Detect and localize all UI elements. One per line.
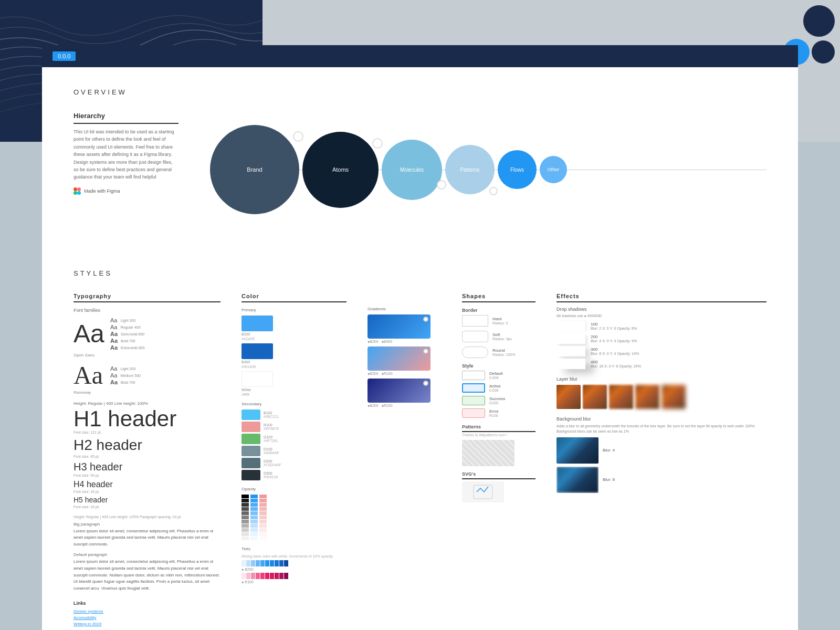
link-writing[interactable]: Writing in 2019: [74, 622, 220, 626]
svg-rect-0: [74, 187, 77, 191]
bubble-flows: Flows: [498, 150, 537, 189]
bg-blur-label: Background blur: [556, 416, 766, 422]
link-accessibility[interactable]: Accessibility: [74, 615, 220, 620]
big-para-label: Big paragraph: [74, 522, 220, 527]
typography-column: Typography Font families Aa AaLight 300 …: [74, 293, 220, 628]
swatch-b100-hex: #4BC211: [264, 415, 279, 418]
figma-icon: [74, 187, 81, 195]
svgs-preview: [462, 481, 504, 502]
border-soft-preview: [462, 331, 488, 342]
style-success-preview: [462, 396, 485, 405]
shadow-300-value: 300: [591, 347, 639, 352]
secondary-label: Secondary: [242, 402, 346, 406]
paragraph-meta: Height: Regular | 400 Line height: 125% …: [74, 515, 220, 519]
blur-images: [556, 385, 766, 409]
bg-blur-section: Background blur Adds a blur to all geome…: [556, 416, 766, 493]
swatch-b200-hex: #42a5f5: [242, 337, 346, 341]
drop-shadows-section: Drop shadows All shadows use ● #000000 1…: [556, 307, 766, 369]
bubble-brand: Brand: [210, 125, 299, 214]
shadow-note: All shadows use ● #000000: [556, 314, 766, 318]
bubble-atoms: Atoms: [302, 132, 379, 208]
opacity-blue: [250, 495, 258, 540]
opacity-section: Opacity: [242, 487, 346, 540]
bubble-other: Other: [540, 156, 567, 183]
font-raneway-name: Raneway: [74, 390, 220, 395]
swatch-b200: [242, 316, 273, 331]
secondary-swatch-g100: G100#4F7281: [242, 434, 346, 444]
font-families-label: Font families: [74, 308, 220, 313]
tints-section: Tints Mixing base color with white. Incr…: [242, 547, 346, 584]
swatch-d100-hex: #A0B4AF: [264, 451, 279, 455]
gradients-column: Gradients ●B200●B400: [368, 293, 441, 628]
swatch-d200-color: [242, 458, 260, 468]
circle-dark: [803, 5, 835, 37]
hierarchy-label: Hierarchy: [74, 112, 178, 124]
blur-thumb-5: [662, 385, 686, 409]
secondary-swatch-d100: D100#A0B4AF: [242, 446, 346, 456]
style-success-sub: G100: [489, 401, 505, 405]
svg-rect-3: [77, 191, 81, 195]
overview-title: OVERVIEW: [74, 88, 766, 96]
style-active-sub: 0.009: [489, 388, 501, 392]
style-default-sub: 0.009: [489, 376, 502, 380]
shadow-100-value: 100: [591, 322, 637, 327]
swatch-d200-hex: #C0D040F: [264, 463, 281, 467]
style-active-name: Active: [489, 384, 501, 388]
tints-bar-b200: [242, 560, 346, 566]
swatch-g100-hex: #4F7281: [264, 439, 278, 443]
patterns-note: Thanks to flatpatterns.com !: [462, 433, 536, 437]
swatch-d300-color: [242, 470, 260, 480]
style-error: Error R100: [462, 408, 536, 418]
shadow-200-preview: [556, 333, 585, 344]
style-active-preview: [462, 383, 485, 393]
swatch-white: [242, 371, 273, 387]
layer-blur-section: Layer blur: [556, 376, 766, 409]
border-soft-name: Soft: [492, 332, 512, 337]
swatch-d100-color: [242, 446, 260, 456]
hierarchy-area: Hierarchy This UI kit was intended to be…: [74, 112, 766, 227]
styles-section: STYLES Typography Font families Aa AaLig…: [42, 259, 798, 630]
made-with-figma: Made with Figma: [74, 187, 178, 195]
h2-size: Font size: 85 pt.: [74, 455, 220, 458]
h3-preview: H3 header: [74, 460, 220, 473]
color-column: Color Primary B200 #42a5f5 B400 #001836 …: [242, 293, 346, 628]
bubble-chart: Brand Atoms: [210, 112, 766, 227]
gradient-2: ●B200●R100: [368, 346, 441, 375]
swatch-b200-label: B200: [242, 332, 346, 336]
tint-label-r100: ● R100: [242, 580, 346, 584]
main-content-area: 0.0.0 OVERVIEW Hierarchy This UI kit was…: [42, 45, 798, 630]
shadow-200-value: 200: [591, 334, 637, 339]
bg-blur-note: Adds a blur to all geometry underneath t…: [556, 424, 766, 434]
shapes-column: Shapes Border Hard Radius: 0: [462, 293, 536, 628]
bubble-connector-1: [293, 131, 303, 142]
swatch-r100-hex: #EF9B76: [264, 427, 279, 430]
bubble-connector-2: [372, 138, 383, 149]
opacity-label: Opacity: [242, 487, 346, 491]
shadow-200: 200 Blur: 4 X: 0 Y: 4 Opacity: 9%: [556, 333, 766, 344]
bubble-molecules: Molecules: [382, 140, 442, 200]
version-badge: 0.0.0: [52, 51, 76, 61]
hierarchy-text: Hierarchy This UI kit was intended to be…: [74, 112, 178, 195]
swatch-white-hex: #ffffff: [242, 393, 346, 396]
opacity-dark: [242, 495, 249, 540]
blur-thumb-3: [609, 385, 633, 409]
blur-8-label: Blur: 8: [603, 477, 615, 482]
color-title: Color: [242, 293, 346, 302]
swatch-b400-label: B400: [242, 360, 346, 364]
shadow-300-preview: [556, 346, 585, 356]
secondary-swatch-d300: D300#526218: [242, 470, 346, 480]
border-round-name: Round: [492, 348, 516, 353]
svg-preview-icon: [472, 484, 494, 500]
secondary-swatch-b100: B100#4BC211: [242, 410, 346, 420]
h5-preview: H5 header: [74, 496, 220, 505]
font-open-sans-name: Open Sans: [74, 353, 220, 358]
font-open-sans-weights: AaLight 300 AaRegular 400 AaSemi-bold 60…: [110, 317, 145, 351]
style-default: Default 0.009: [462, 371, 536, 380]
link-design-systems[interactable]: Design systems: [74, 609, 220, 614]
style-error-preview: [462, 408, 485, 418]
swatch-b100-color: [242, 410, 260, 420]
border-round-preview: [462, 346, 488, 358]
style-active: Active 0.009: [462, 383, 536, 393]
svgs-label: SVG's: [462, 471, 536, 479]
shadow-400-desc: Blur: 16 X: 0 Y: 8 Opacity: 24%: [591, 364, 641, 368]
